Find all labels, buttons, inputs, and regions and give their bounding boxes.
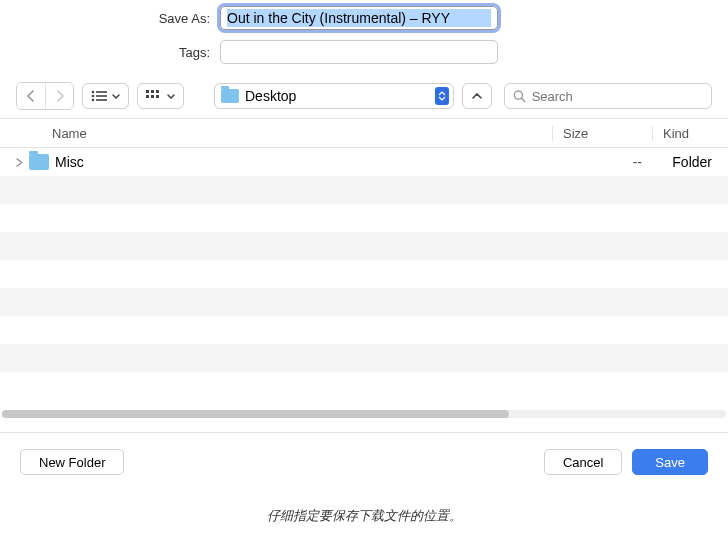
chevron-left-icon [27, 90, 35, 102]
table-row[interactable]: Misc -- Folder [0, 148, 728, 176]
grid-icon [146, 90, 162, 102]
search-icon [513, 89, 526, 103]
column-name[interactable]: Name [16, 126, 552, 141]
svg-rect-5 [96, 99, 107, 101]
view-list-button[interactable] [82, 83, 129, 109]
search-input[interactable] [532, 89, 703, 104]
save-as-input-wrap[interactable] [220, 6, 498, 30]
svg-point-2 [92, 95, 95, 98]
location-text: Desktop [245, 88, 429, 104]
chevron-up-icon [472, 93, 482, 99]
table-row [0, 232, 728, 260]
scrollbar-thumb[interactable] [2, 410, 509, 418]
table-row [0, 260, 728, 288]
new-folder-button[interactable]: New Folder [20, 449, 124, 475]
back-button[interactable] [17, 83, 45, 109]
caption-text: 仔细指定要保存下载文件的位置。 [0, 507, 728, 525]
list-icon [91, 90, 107, 102]
tags-input-wrap[interactable] [220, 40, 498, 64]
svg-rect-9 [146, 95, 149, 98]
table-row [0, 288, 728, 316]
table-row [0, 316, 728, 344]
updown-icon [435, 87, 449, 105]
location-selector[interactable]: Desktop [214, 83, 454, 109]
svg-point-4 [92, 99, 95, 102]
table-row [0, 204, 728, 232]
nav-buttons [16, 82, 74, 110]
svg-rect-1 [96, 91, 107, 93]
folder-icon [221, 89, 239, 103]
cancel-button[interactable]: Cancel [544, 449, 622, 475]
svg-line-13 [522, 98, 525, 101]
svg-point-0 [92, 91, 95, 94]
column-kind[interactable]: Kind [652, 126, 712, 141]
file-list: Misc -- Folder [0, 148, 728, 410]
svg-rect-7 [151, 90, 154, 93]
tags-input[interactable] [227, 43, 491, 61]
collapse-button[interactable] [462, 83, 492, 109]
chevron-down-icon [112, 94, 120, 99]
list-header: Name Size Kind [0, 118, 728, 148]
horizontal-scrollbar[interactable] [2, 410, 726, 418]
svg-rect-8 [156, 90, 159, 93]
file-name: Misc [55, 154, 84, 170]
save-as-label: Save As: [0, 11, 220, 26]
file-size: -- [552, 154, 652, 170]
table-row [0, 372, 728, 400]
table-row [0, 344, 728, 372]
table-row [0, 176, 728, 204]
tags-label: Tags: [0, 45, 220, 60]
save-as-input[interactable] [227, 9, 491, 27]
svg-rect-10 [151, 95, 154, 98]
forward-button[interactable] [45, 83, 73, 109]
view-grid-button[interactable] [137, 83, 184, 109]
svg-rect-6 [146, 90, 149, 93]
chevron-down-icon [167, 94, 175, 99]
svg-rect-11 [156, 95, 159, 98]
search-box[interactable] [504, 83, 712, 109]
file-kind: Folder [652, 154, 712, 170]
column-size[interactable]: Size [552, 126, 652, 141]
save-button[interactable]: Save [632, 449, 708, 475]
svg-rect-3 [96, 95, 107, 97]
folder-icon [29, 154, 49, 170]
disclosure-icon[interactable] [16, 158, 23, 167]
chevron-right-icon [56, 90, 64, 102]
